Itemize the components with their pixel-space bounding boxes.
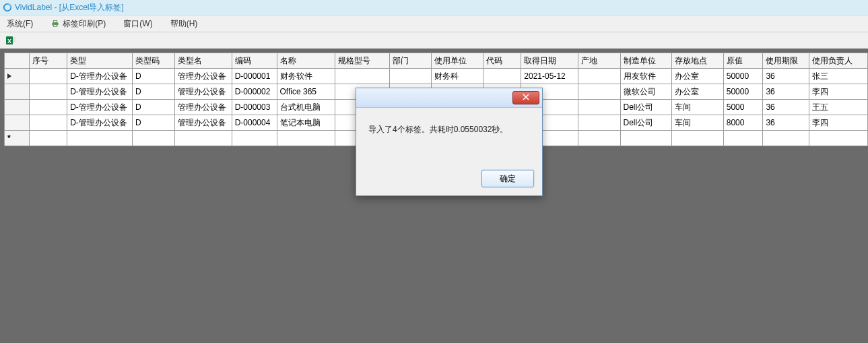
cell-type[interactable]: D-管理办公设备 (67, 69, 133, 84)
col-dept[interactable]: 部门 (389, 53, 431, 69)
cell-code[interactable]: D-000004 (232, 115, 277, 131)
col-origin[interactable]: 产地 (578, 53, 620, 69)
menu-print[interactable]: 标签印刷(P) (44, 15, 112, 32)
cell-price[interactable]: 5000 (723, 100, 763, 115)
cell-unit[interactable]: 财务科 (432, 69, 483, 84)
dialog-ok-button[interactable]: 确定 (481, 170, 534, 187)
cell-period[interactable] (763, 131, 809, 146)
cell-seq[interactable] (29, 115, 67, 131)
col-price-label: 原值 (727, 56, 743, 65)
excel-import-button[interactable]: X (3, 33, 19, 48)
col-sym[interactable]: 代码 (483, 53, 521, 69)
col-price[interactable]: 原值 (723, 53, 763, 69)
row-header[interactable] (5, 115, 30, 131)
cell-period[interactable]: 36 (763, 69, 809, 84)
cell-typecode[interactable]: D (133, 84, 175, 100)
row-header[interactable] (5, 100, 30, 115)
row-header[interactable] (5, 84, 30, 100)
col-code[interactable]: 编码 (232, 53, 277, 69)
col-unit[interactable]: 使用单位 (432, 53, 483, 69)
cell-typecode[interactable]: D (133, 115, 175, 131)
col-name[interactable]: 名称 (277, 53, 335, 69)
cell-store[interactable]: 办公室 (672, 84, 724, 100)
window-titlebar: VividLabel - [从Excel导入标签] (0, 0, 868, 15)
menu-system[interactable]: 系统(F) (0, 15, 40, 32)
cell-seq[interactable] (29, 131, 67, 146)
cell-name[interactable]: 财务软件 (277, 69, 335, 84)
cell-origin[interactable] (578, 100, 620, 115)
col-spec[interactable]: 规格型号 (335, 53, 390, 69)
dialog-close-button[interactable] (512, 91, 539, 104)
cell-mfr[interactable]: 微软公司 (620, 84, 672, 100)
cell-name[interactable]: Office 365 (277, 84, 335, 100)
col-mfr-label: 制造单位 (624, 56, 656, 65)
col-date[interactable]: 取得日期 (521, 53, 578, 69)
cell-period[interactable]: 36 (763, 115, 809, 131)
cell-price[interactable]: 50000 (723, 69, 763, 84)
col-typename[interactable]: 类型名 (174, 53, 232, 69)
cell-seq[interactable] (29, 100, 67, 115)
cell-code[interactable]: D-000003 (232, 100, 277, 115)
col-typecode[interactable]: 类型码 (133, 53, 175, 69)
cell-mfr[interactable] (620, 131, 672, 146)
cell-code[interactable]: D-000002 (232, 84, 277, 100)
cell-price[interactable]: 50000 (723, 84, 763, 100)
col-mfr[interactable]: 制造单位 (620, 53, 672, 69)
cell-origin[interactable] (578, 84, 620, 100)
cell-owner[interactable]: 李四 (809, 84, 868, 100)
cell-seq[interactable] (29, 69, 67, 84)
col-seq[interactable]: 序号 (29, 53, 67, 69)
cell-mfr[interactable]: 用友软件 (620, 69, 672, 84)
cell-store[interactable] (672, 131, 724, 146)
cell-code[interactable]: D-000001 (232, 69, 277, 84)
cell-dept[interactable] (389, 69, 431, 84)
dialog-titlebar[interactable] (356, 88, 542, 108)
cell-owner[interactable]: 张三 (809, 69, 868, 84)
cell-seq[interactable] (29, 84, 67, 100)
cell-price[interactable]: 8000 (723, 115, 763, 131)
cell-typename[interactable]: 管理办公设备 (174, 69, 232, 84)
cell-period[interactable]: 36 (763, 100, 809, 115)
cell-type[interactable] (67, 131, 133, 146)
cell-code[interactable] (232, 131, 277, 146)
row-header[interactable]: * (5, 131, 30, 146)
col-type[interactable]: 类型 (67, 53, 133, 69)
cell-store[interactable]: 办公室 (672, 69, 724, 84)
col-owner[interactable]: 使用负责人 (809, 53, 868, 69)
cell-store[interactable]: 车间 (672, 100, 724, 115)
cell-sym[interactable] (483, 69, 521, 84)
row-header[interactable] (5, 69, 30, 84)
cell-origin[interactable] (578, 115, 620, 131)
cell-typename[interactable] (174, 131, 232, 146)
cell-typecode[interactable]: D (133, 69, 175, 84)
cell-type[interactable]: D-管理办公设备 (67, 115, 133, 131)
cell-typename[interactable]: 管理办公设备 (174, 100, 232, 115)
cell-owner[interactable]: 李四 (809, 115, 868, 131)
cell-name[interactable]: 台式机电脑 (277, 100, 335, 115)
cell-period[interactable]: 36 (763, 84, 809, 100)
cell-typename[interactable]: 管理办公设备 (174, 84, 232, 100)
cell-mfr[interactable]: Dell公司 (620, 100, 672, 115)
menu-window[interactable]: 窗口(W) (116, 15, 159, 32)
cell-origin[interactable] (578, 131, 620, 146)
cell-origin[interactable] (578, 69, 620, 84)
cell-mfr[interactable]: Dell公司 (620, 115, 672, 131)
cell-typename[interactable]: 管理办公设备 (174, 115, 232, 131)
cell-owner[interactable] (809, 131, 868, 146)
cell-typecode[interactable]: D (133, 100, 175, 115)
cell-typecode[interactable] (133, 131, 175, 146)
cell-date[interactable]: 2021-05-12 (521, 69, 578, 84)
table-row[interactable]: D-管理办公设备D管理办公设备D-000001财务软件财务科2021-05-12… (5, 69, 868, 84)
cell-price[interactable] (723, 131, 763, 146)
cell-type[interactable]: D-管理办公设备 (67, 84, 133, 100)
cell-name[interactable] (277, 131, 335, 146)
col-store[interactable]: 存放地点 (672, 53, 724, 69)
row-header-corner[interactable] (5, 53, 30, 69)
col-period[interactable]: 使用期限 (763, 53, 809, 69)
cell-spec[interactable] (335, 69, 390, 84)
cell-name[interactable]: 笔记本电脑 (277, 115, 335, 131)
menu-help[interactable]: 帮助(H) (164, 15, 205, 32)
cell-store[interactable]: 车间 (672, 115, 724, 131)
cell-owner[interactable]: 王五 (809, 100, 868, 115)
cell-type[interactable]: D-管理办公设备 (67, 100, 133, 115)
